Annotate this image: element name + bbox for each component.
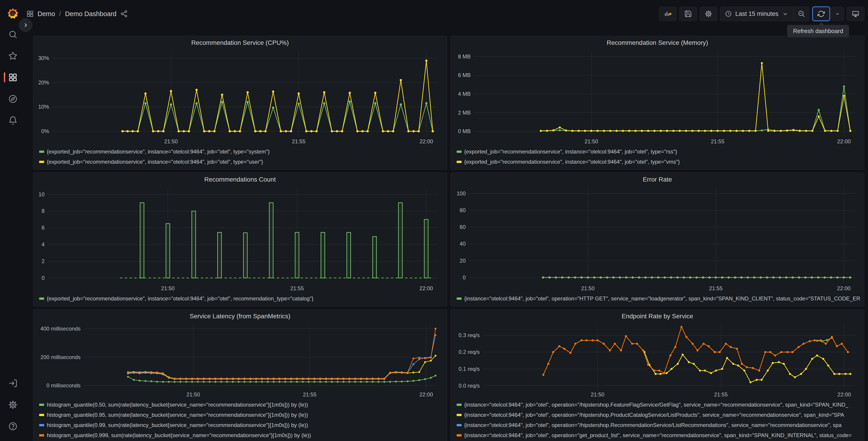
sidebar-item-configuration[interactable] bbox=[0, 398, 26, 412]
panel-cpu: Recommendation Service (CPU%)0%10%20%30%… bbox=[33, 36, 447, 170]
chevron-down-icon bbox=[781, 10, 789, 18]
legend-item[interactable]: {exported_job="recommendationservice", i… bbox=[455, 146, 860, 157]
breadcrumb-page: Demo Dashboard bbox=[65, 10, 116, 18]
chart-endpoint-rate[interactable]: 0.0 req/s0.1 req/s0.2 req/s0.3 req/s21:5… bbox=[455, 321, 860, 399]
chart-memory[interactable]: 0 MB2 MB4 MB6 MB8 MB21:5021:5522:00 bbox=[455, 48, 860, 146]
refresh-icon bbox=[817, 10, 825, 18]
panel-recommendations-count: Recommendations Count024681021:5021:5522… bbox=[33, 173, 447, 306]
svg-text:21:50: 21:50 bbox=[591, 391, 604, 398]
legend-item[interactable]: {instance="otelcol:9464", job="otel", op… bbox=[455, 410, 860, 420]
svg-text:8: 8 bbox=[42, 208, 44, 214]
svg-text:21:50: 21:50 bbox=[581, 285, 594, 291]
legend-item[interactable]: histogram_quantile(0.99, sum(rate(latenc… bbox=[37, 420, 443, 430]
save-dashboard-button[interactable] bbox=[679, 7, 697, 21]
panel-title[interactable]: Error Rate bbox=[455, 175, 860, 184]
add-panel-button[interactable] bbox=[659, 7, 677, 21]
svg-text:0.1 req/s: 0.1 req/s bbox=[459, 366, 479, 372]
svg-text:10: 10 bbox=[38, 191, 44, 198]
chart-service-latency[interactable]: 0 milliseconds200 milliseconds400 millis… bbox=[37, 321, 443, 399]
legend-item[interactable]: {exported_job="recommendationservice", i… bbox=[37, 146, 443, 157]
panel-plot[interactable]: 024681021:5021:5522:00 bbox=[37, 184, 443, 293]
svg-text:6: 6 bbox=[42, 225, 44, 231]
svg-text:21:50: 21:50 bbox=[164, 138, 178, 144]
svg-text:21:50: 21:50 bbox=[161, 285, 175, 291]
legend-item[interactable]: {instance="otelcol:9464", job="otel", op… bbox=[455, 430, 860, 440]
legend-swatch bbox=[39, 161, 44, 163]
sidebar-expand-button[interactable] bbox=[19, 18, 32, 32]
svg-text:6 MB: 6 MB bbox=[458, 72, 470, 78]
sidebar-item-alerting[interactable] bbox=[0, 114, 26, 127]
svg-text:4 MB: 4 MB bbox=[458, 91, 470, 97]
svg-text:22:00: 22:00 bbox=[419, 391, 433, 398]
svg-text:10%: 10% bbox=[38, 104, 49, 110]
legend-item[interactable]: histogram_quantile(0.999, sum(rate(laten… bbox=[37, 430, 443, 440]
legend-item[interactable]: histogram_quantile(0.50, sum(rate(latenc… bbox=[37, 400, 443, 410]
panel-title[interactable]: Recommendation Service (CPU%) bbox=[37, 38, 443, 48]
refresh-tooltip: Refresh dashboard bbox=[787, 25, 849, 37]
svg-text:0.2 req/s: 0.2 req/s bbox=[459, 349, 479, 355]
legend-swatch bbox=[39, 434, 44, 437]
svg-text:100: 100 bbox=[456, 190, 465, 197]
svg-text:22:00: 22:00 bbox=[420, 285, 433, 291]
svg-text:0.3 req/s: 0.3 req/s bbox=[459, 332, 479, 338]
legend-label: {exported_job="recommendationservice", i… bbox=[47, 295, 313, 302]
panel-plot[interactable]: 0 MB2 MB4 MB6 MB8 MB21:5021:5522:00 bbox=[455, 48, 860, 146]
refresh-interval-dropdown[interactable] bbox=[831, 7, 844, 21]
chart-cpu[interactable]: 0%10%20%30%21:5021:5522:00 bbox=[37, 48, 443, 146]
svg-text:0%: 0% bbox=[41, 128, 49, 134]
breadcrumb: Demo / Demo Dashboard bbox=[26, 10, 128, 18]
svg-text:22:00: 22:00 bbox=[837, 285, 850, 291]
sidebar-item-explore[interactable] bbox=[0, 92, 26, 106]
grafana-logo[interactable] bbox=[8, 8, 18, 19]
legend-label: {exported_job="recommendationservice", i… bbox=[47, 148, 270, 155]
legend-item[interactable]: {instance="otelcol:9464", job="otel", op… bbox=[455, 400, 860, 410]
panel-plot[interactable]: 02040608010021:5021:5522:00 bbox=[455, 184, 860, 293]
panel-plot[interactable]: 0.0 req/s0.1 req/s0.2 req/s0.3 req/s21:5… bbox=[455, 321, 860, 399]
svg-text:40: 40 bbox=[460, 241, 466, 247]
panel-plot[interactable]: 0 milliseconds200 milliseconds400 millis… bbox=[37, 321, 443, 399]
sidebar-item-dashboards[interactable] bbox=[0, 70, 26, 84]
apps-icon bbox=[26, 10, 34, 18]
legend-swatch bbox=[457, 414, 462, 416]
panel-title[interactable]: Endpoint Rate by Service bbox=[455, 311, 860, 321]
panel-title[interactable]: Recommendation Service (Memory) bbox=[455, 38, 860, 48]
legend-label: histogram_quantile(0.95, sum(rate(latenc… bbox=[47, 412, 308, 418]
topbar: Demo / Demo Dashboard bbox=[0, 0, 868, 28]
refresh-dashboard-button[interactable] bbox=[812, 6, 830, 21]
legend-item[interactable]: histogram_quantile(0.95, sum(rate(latenc… bbox=[37, 410, 443, 420]
cycle-view-mode-button[interactable] bbox=[847, 7, 864, 21]
legend-swatch bbox=[457, 297, 462, 300]
legend-item[interactable]: {instance="otelcol:9464", job="otel", op… bbox=[455, 293, 860, 303]
share-button[interactable] bbox=[120, 10, 128, 18]
svg-text:21:55: 21:55 bbox=[292, 138, 306, 144]
dashboard-settings-button[interactable] bbox=[700, 7, 717, 21]
svg-text:20: 20 bbox=[460, 258, 466, 264]
sidebar-item-starred[interactable] bbox=[0, 49, 26, 63]
sidebar bbox=[0, 28, 26, 441]
legend-swatch bbox=[39, 414, 44, 416]
legend-item[interactable]: {exported_job="recommendationservice", i… bbox=[37, 157, 443, 167]
legend-item[interactable]: {exported_job="recommendationservice", i… bbox=[37, 293, 443, 303]
legend-label: {instance="otelcol:9464", job="otel", op… bbox=[464, 412, 844, 418]
chart-error-rate[interactable]: 02040608010021:5021:5522:00 bbox=[455, 184, 860, 293]
svg-text:21:55: 21:55 bbox=[709, 285, 722, 291]
panel-plot[interactable]: 0%10%20%30%21:5021:5522:00 bbox=[37, 48, 443, 146]
compass-icon bbox=[8, 94, 18, 104]
sidebar-item-help[interactable] bbox=[0, 419, 26, 433]
bell-icon bbox=[8, 116, 18, 125]
legend-item[interactable]: {exported_job="recommendationservice", i… bbox=[455, 157, 860, 167]
sidebar-item-sign-in[interactable] bbox=[0, 377, 26, 390]
svg-text:0 milliseconds: 0 milliseconds bbox=[46, 382, 81, 388]
legend-item[interactable]: {instance="otelcol:9464", job="otel", op… bbox=[455, 420, 860, 430]
breadcrumb-section[interactable]: Demo bbox=[37, 10, 55, 18]
svg-text:200 milliseconds: 200 milliseconds bbox=[40, 354, 81, 360]
zoom-out-time-button[interactable] bbox=[793, 7, 809, 21]
chart-recommendations-count[interactable]: 024681021:5021:5522:00 bbox=[37, 184, 443, 293]
panel-title[interactable]: Recommendations Count bbox=[37, 175, 443, 184]
time-range-button[interactable]: Last 15 minutes bbox=[720, 10, 793, 18]
svg-text:21:55: 21:55 bbox=[303, 391, 316, 398]
panel-title[interactable]: Service Latency (from SpanMetrics) bbox=[37, 311, 443, 321]
panel-legend: {exported_job="recommendationservice", i… bbox=[37, 293, 443, 303]
legend-label: {exported_job="recommendationservice", i… bbox=[47, 159, 263, 165]
monitor-icon bbox=[852, 10, 859, 18]
